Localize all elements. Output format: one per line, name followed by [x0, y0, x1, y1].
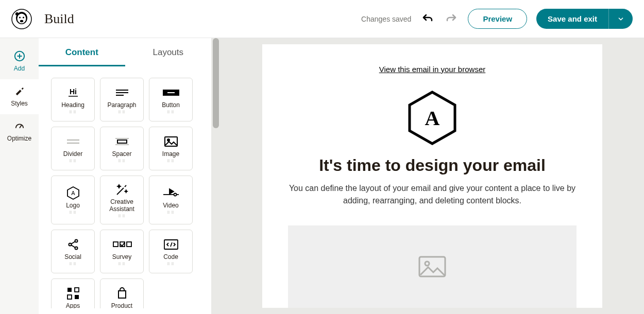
- top-bar: Build Changes saved Preview Save and exi…: [0, 0, 644, 38]
- email-body[interactable]: View this email in your browser A It's t…: [262, 44, 602, 308]
- canvas-gutter-right: [603, 38, 644, 314]
- svg-line-9: [20, 125, 22, 128]
- block-paragraph[interactable]: Paragraph ⠿⠿: [100, 78, 144, 121]
- svg-text:A: A: [71, 190, 75, 196]
- view-in-browser-link[interactable]: View this email in your browser: [379, 65, 485, 74]
- svg-point-4: [23, 16, 24, 18]
- block-apps[interactable]: Apps ⠿⠿: [51, 278, 95, 308]
- email-body-text[interactable]: You can define the layout of your email …: [288, 182, 577, 207]
- svg-rect-38: [67, 288, 72, 292]
- rail-add[interactable]: Add: [0, 44, 39, 79]
- svg-text:Hi: Hi: [70, 88, 77, 96]
- tab-layouts[interactable]: Layouts: [125, 38, 212, 66]
- panel-tabs: Content Layouts: [39, 38, 211, 66]
- block-image[interactable]: Image ⠿⠿: [149, 127, 193, 170]
- svg-rect-40: [67, 295, 72, 299]
- shopping-bag-icon: [116, 286, 128, 301]
- rail-styles[interactable]: Styles: [0, 79, 39, 114]
- svg-rect-39: [75, 288, 79, 292]
- rail-optimize-label: Optimize: [7, 135, 31, 142]
- gauge-icon: [14, 120, 25, 132]
- apps-icon: [66, 286, 80, 301]
- rail-styles-label: Styles: [11, 100, 28, 107]
- svg-rect-36: [127, 242, 131, 247]
- svg-rect-20: [117, 140, 127, 143]
- page-title: Build: [44, 11, 74, 27]
- image-placeholder-icon: [418, 255, 447, 278]
- block-spacer[interactable]: Spacer ⠿⠿: [100, 127, 144, 170]
- heading-icon: Hi: [65, 85, 81, 100]
- svg-rect-44: [419, 257, 445, 276]
- undo-icon[interactable]: [420, 12, 435, 26]
- block-logo[interactable]: A Logo ⠿⠿: [51, 176, 95, 224]
- block-divider[interactable]: Divider ⠿⠿: [51, 127, 95, 170]
- svg-point-28: [174, 193, 176, 196]
- svg-marker-27: [170, 189, 174, 194]
- svg-line-33: [71, 245, 75, 248]
- image-placeholder[interactable]: [288, 225, 577, 308]
- preview-button[interactable]: Preview: [468, 9, 527, 29]
- spacer-icon: [114, 134, 130, 149]
- svg-text:A: A: [425, 107, 440, 130]
- content-panel: Content Layouts Hi Heading ⠿⠿ Paragraph: [39, 38, 211, 314]
- block-button[interactable]: Button ⠿⠿: [149, 78, 193, 121]
- save-dropdown-button[interactable]: [608, 9, 633, 29]
- scrollbar-thumb[interactable]: [213, 38, 219, 128]
- rail-optimize[interactable]: Optimize: [0, 114, 39, 149]
- paint-icon: [14, 85, 25, 97]
- svg-point-23: [167, 139, 170, 141]
- email-logo-hex[interactable]: A: [406, 90, 458, 146]
- svg-point-5: [20, 20, 23, 22]
- save-and-exit-button[interactable]: Save and exit: [536, 9, 608, 29]
- blocks-scroller[interactable]: Hi Heading ⠿⠿ Paragraph ⠿⠿ Butt: [39, 66, 211, 308]
- block-survey[interactable]: Survey ⠿⠿: [100, 230, 144, 273]
- email-canvas[interactable]: View this email in your browser A It's t…: [262, 38, 603, 314]
- svg-point-3: [19, 16, 21, 18]
- redo-icon: [444, 12, 459, 26]
- tab-content[interactable]: Content: [39, 38, 125, 66]
- email-heading[interactable]: It's time to design your email: [319, 156, 546, 175]
- code-icon: [163, 237, 179, 252]
- svg-line-32: [71, 241, 75, 244]
- sparkle-wand-icon: [115, 182, 129, 197]
- svg-rect-34: [113, 242, 118, 247]
- logo-icon: A: [66, 186, 80, 200]
- block-heading[interactable]: Hi Heading ⠿⠿: [51, 78, 95, 121]
- block-product[interactable]: Product ⠿⠿: [100, 278, 144, 308]
- svg-point-45: [425, 261, 429, 266]
- chevron-down-icon: [617, 15, 624, 23]
- rail-add-label: Add: [14, 65, 25, 72]
- block-code[interactable]: Code ⠿⠿: [149, 230, 193, 273]
- svg-rect-41: [75, 295, 79, 299]
- main-layout: Add Styles Optimize Content Layouts Hi: [0, 38, 644, 314]
- divider-icon: [65, 134, 81, 149]
- svg-rect-22: [165, 137, 177, 146]
- block-video[interactable]: Video ⠿⠿: [149, 176, 193, 224]
- save-status: Changes saved: [361, 15, 411, 23]
- panel-scrollbar[interactable]: [211, 38, 221, 314]
- canvas-gutter-left: [221, 38, 262, 314]
- button-icon: [162, 85, 180, 100]
- mailchimp-logo[interactable]: [11, 9, 32, 29]
- paragraph-icon: [114, 85, 130, 100]
- left-rail: Add Styles Optimize: [0, 38, 39, 314]
- image-icon: [164, 134, 178, 149]
- plus-circle-icon: [14, 50, 25, 62]
- block-social[interactable]: Social ⠿⠿: [51, 230, 95, 273]
- block-creative-assistant[interactable]: Creative Assistant ⠿⠿: [100, 176, 144, 224]
- video-icon: [162, 186, 180, 200]
- survey-icon: [112, 237, 132, 252]
- share-icon: [67, 237, 79, 252]
